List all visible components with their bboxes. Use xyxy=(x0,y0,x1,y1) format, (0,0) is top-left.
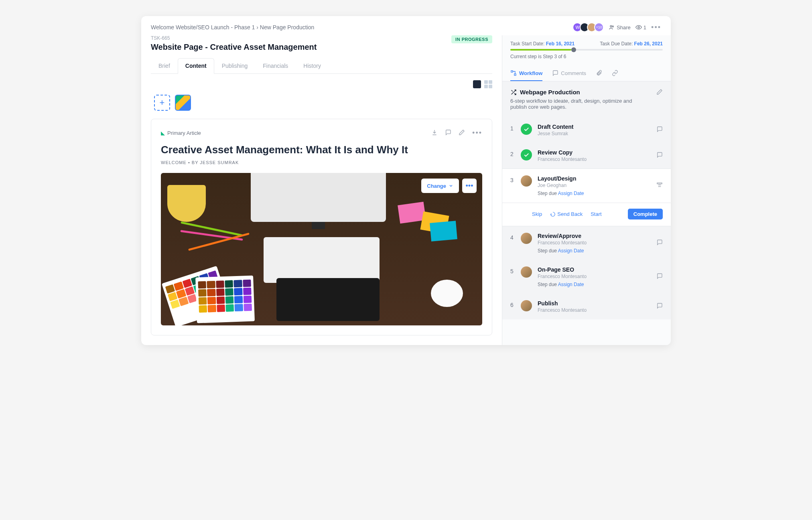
edit-workflow-button[interactable] xyxy=(656,89,663,97)
subtask-icon[interactable] xyxy=(656,182,663,190)
asset-thumbnail[interactable] xyxy=(175,95,191,111)
comment-icon xyxy=(552,70,558,76)
comment-icon[interactable] xyxy=(445,129,451,137)
link-icon xyxy=(612,70,618,76)
add-asset-button[interactable]: + xyxy=(154,95,170,111)
svg-point-0 xyxy=(610,25,612,27)
step-number: 4 xyxy=(510,233,515,241)
hero-image: Change ••• xyxy=(161,173,482,325)
workflow-steps: 1Draft ContentJesse Sumrak2Review CopyFr… xyxy=(502,117,671,319)
workflow-step[interactable]: 3Layout/DesignJoe GeoghanStep due Assign… xyxy=(502,169,671,203)
task-id: TSK-665 xyxy=(151,35,317,41)
crumb-1[interactable]: Welcome Website xyxy=(151,24,196,30)
svg-point-1 xyxy=(612,26,613,27)
step-assignee: Francesco Montesanto xyxy=(538,274,651,279)
step-due: Step due Assign Date xyxy=(538,248,651,254)
shuffle-icon xyxy=(510,89,517,95)
skip-button[interactable]: Skip xyxy=(532,211,542,217)
avatar-more[interactable]: +10 xyxy=(594,22,604,32)
bookmark-icon: ◣ xyxy=(161,130,165,136)
step-title: Publish xyxy=(538,300,651,307)
progress-label: Current step is Step 3 of 6 xyxy=(502,51,671,66)
step-number: 1 xyxy=(510,124,515,132)
start-button[interactable]: Start xyxy=(591,211,601,217)
assign-date-link[interactable]: Assign Date xyxy=(558,191,584,196)
download-icon[interactable] xyxy=(431,129,438,137)
workflow-icon xyxy=(510,70,517,76)
note-icon[interactable] xyxy=(656,239,663,247)
step-assignee: Francesco Montesanto xyxy=(538,156,651,162)
crumb-3[interactable]: New Page Production xyxy=(260,24,314,30)
step-number: 3 xyxy=(510,175,515,183)
avatar xyxy=(521,175,532,187)
status-badge[interactable]: IN PROGRESS xyxy=(451,35,492,43)
side-tab-attachments[interactable] xyxy=(596,66,602,81)
step-title: On-Page SEO xyxy=(538,266,651,273)
tab-history[interactable]: History xyxy=(296,58,329,73)
change-image-button[interactable]: Change xyxy=(421,179,459,193)
watchers[interactable]: 1 xyxy=(635,24,646,30)
note-icon[interactable] xyxy=(656,273,663,281)
step-number: 6 xyxy=(510,300,515,308)
step-due: Step due Assign Date xyxy=(538,191,651,196)
article-meta: WELCOME • BY JESSE SUMRAK xyxy=(161,160,482,165)
side-tab-comments[interactable]: Comments xyxy=(552,66,586,81)
check-icon xyxy=(521,124,532,135)
note-icon[interactable] xyxy=(656,303,663,311)
article-card: ◣ Primary Article ••• Creative Asset Man… xyxy=(151,119,492,335)
step-number: 2 xyxy=(510,149,515,157)
svg-rect-4 xyxy=(514,74,516,75)
avatar xyxy=(521,233,532,244)
view-single-button[interactable] xyxy=(473,80,481,88)
more-menu[interactable]: ••• xyxy=(651,23,661,32)
workflow-step[interactable]: 1Draft ContentJesse Sumrak xyxy=(502,117,671,143)
complete-button[interactable]: Complete xyxy=(628,209,663,219)
edit-icon[interactable] xyxy=(459,129,465,137)
image-more-menu[interactable]: ••• xyxy=(462,179,477,193)
step-assignee: Jesse Sumrak xyxy=(538,131,651,136)
step-assignee: Francesco Montesanto xyxy=(538,240,651,246)
step-number: 5 xyxy=(510,266,515,274)
side-tab-links[interactable] xyxy=(612,66,618,81)
workflow-step[interactable]: 5On-Page SEOFrancesco MontesantoStep due… xyxy=(502,260,671,294)
workflow-step[interactable]: 2Review CopyFrancesco Montesanto xyxy=(502,143,671,169)
svg-rect-5 xyxy=(657,183,662,184)
side-tab-workflow[interactable]: Workflow xyxy=(510,66,542,81)
tab-financials[interactable]: Financials xyxy=(255,58,296,73)
eye-icon xyxy=(635,24,642,30)
step-due: Step due Assign Date xyxy=(538,282,651,287)
svg-point-2 xyxy=(638,26,639,28)
tab-brief[interactable]: Brief xyxy=(151,58,178,73)
task-title: Website Page - Creative Asset Management xyxy=(151,43,317,52)
step-assignee: Francesco Montesanto xyxy=(538,307,651,313)
workflow-description: 6-step workflow to ideate, draft, design… xyxy=(510,98,639,110)
crumb-2[interactable]: SEO Launch - Phase 1 xyxy=(197,24,255,30)
article-tag: ◣ Primary Article xyxy=(161,130,201,136)
workflow-title: Webpage Production xyxy=(510,89,639,95)
assign-date-link[interactable]: Assign Date xyxy=(558,248,584,254)
task-due-date: Task Due Date: Feb 26, 2021 xyxy=(600,41,663,47)
breadcrumb: Welcome Website/SEO Launch - Phase 1 › N… xyxy=(151,24,314,30)
article-more-menu[interactable]: ••• xyxy=(472,129,482,137)
step-title: Draft Content xyxy=(538,124,651,130)
assign-date-link[interactable]: Assign Date xyxy=(558,282,584,287)
people-icon xyxy=(609,24,615,30)
share-button[interactable]: Share xyxy=(609,24,631,30)
send-back-button[interactable]: Send Back xyxy=(550,211,583,217)
chevron-down-icon xyxy=(449,183,453,188)
article-title: Creative Asset Management: What It Is an… xyxy=(161,144,482,156)
tab-publishing[interactable]: Publishing xyxy=(214,58,256,73)
tab-content[interactable]: Content xyxy=(178,58,214,74)
check-icon xyxy=(521,149,532,160)
avatar xyxy=(521,266,532,278)
workflow-step[interactable]: 4Review/ApproveFrancesco MontesantoStep … xyxy=(502,226,671,260)
svg-rect-3 xyxy=(511,71,513,72)
note-icon[interactable] xyxy=(656,126,663,134)
paperclip-icon xyxy=(596,70,602,76)
main-tabs: Brief Content Publishing Financials Hist… xyxy=(151,58,492,74)
progress-bar[interactable] xyxy=(510,49,663,51)
avatar-stack[interactable]: W +10 xyxy=(575,22,604,32)
workflow-step[interactable]: 6PublishFrancesco Montesanto xyxy=(502,294,671,319)
note-icon[interactable] xyxy=(656,152,663,160)
view-grid-button[interactable] xyxy=(484,80,492,88)
